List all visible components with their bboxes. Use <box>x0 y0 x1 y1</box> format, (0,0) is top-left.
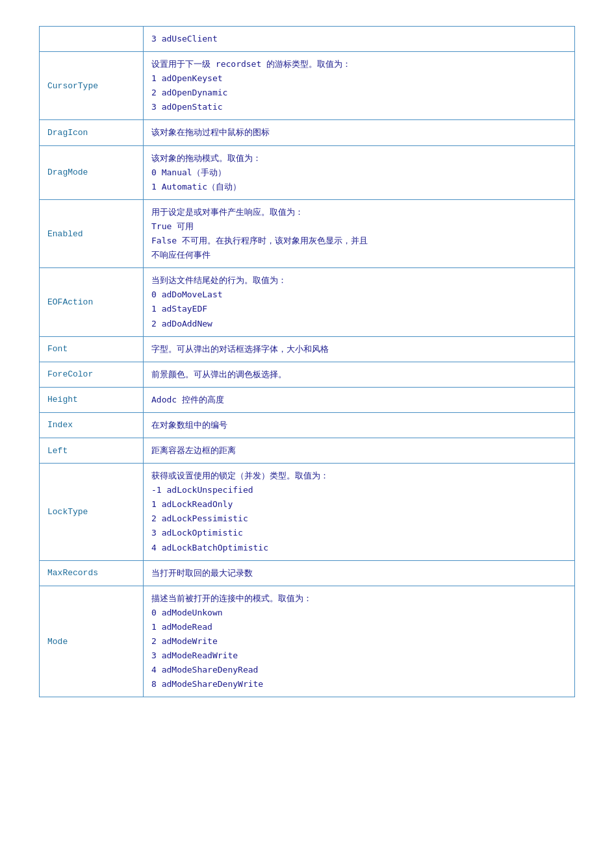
property-description: 距离容器左边框的距离 <box>144 438 575 463</box>
property-name: DragIcon <box>40 120 144 145</box>
table-row: LockType获得或设置使用的锁定（并发）类型。取值为：-1 adLockUn… <box>40 464 575 561</box>
property-description: 用于设定是或对事件产生响应。取值为：True 可用False 不可用。在执行程序… <box>144 199 575 267</box>
table-row: Index在对象数组中的编号 <box>40 412 575 438</box>
property-name: MaxRecords <box>40 560 144 586</box>
property-description: 在对象数组中的编号 <box>144 412 575 438</box>
property-description: 设置用于下一级 recordset 的游标类型。取值为：1 adOpenKeys… <box>144 52 575 120</box>
table-row: ForeColor前景颜色。可从弹出的调色板选择。 <box>40 362 575 387</box>
table-row: DragMode该对象的拖动模式。取值为：0 Manual（手动）1 Autom… <box>40 145 575 199</box>
property-description: 3 adUseClient <box>144 27 575 52</box>
property-name: ForeColor <box>40 362 144 387</box>
property-name: LockType <box>40 464 144 561</box>
property-name: Left <box>40 438 144 463</box>
property-name: Height <box>40 387 144 412</box>
property-name: Mode <box>40 586 144 697</box>
table-row: Left距离容器左边框的距离 <box>40 438 575 463</box>
table-row: HeightAdodc 控件的高度 <box>40 387 575 412</box>
property-description: Adodc 控件的高度 <box>144 387 575 412</box>
property-description: 字型。可从弹出的对话框选择字体，大小和风格 <box>144 336 575 362</box>
table-row: CursorType设置用于下一级 recordset 的游标类型。取值为：1 … <box>40 52 575 120</box>
table-row: Font字型。可从弹出的对话框选择字体，大小和风格 <box>40 336 575 362</box>
property-description: 当到达文件结尾处的行为。取值为：0 adDoMoveLast1 adStayED… <box>144 268 575 336</box>
property-name: Index <box>40 412 144 438</box>
property-description: 描述当前被打开的连接中的模式。取值为：0 adModeUnkown1 adMod… <box>144 586 575 697</box>
property-name: CursorType <box>40 52 144 120</box>
properties-table: 3 adUseClientCursorType设置用于下一级 recordset… <box>39 26 575 697</box>
table-row: MaxRecords当打开时取回的最大记录数 <box>40 560 575 586</box>
property-description: 该对象的拖动模式。取值为：0 Manual（手动）1 Automatic（自动） <box>144 145 575 199</box>
table-row: Mode描述当前被打开的连接中的模式。取值为：0 adModeUnkown1 a… <box>40 586 575 697</box>
property-description: 当打开时取回的最大记录数 <box>144 560 575 586</box>
property-description: 该对象在拖动过程中鼠标的图标 <box>144 120 575 145</box>
table-row: Enabled用于设定是或对事件产生响应。取值为：True 可用False 不可… <box>40 199 575 267</box>
property-name: EOFAction <box>40 268 144 336</box>
property-name: Font <box>40 336 144 362</box>
property-description: 前景颜色。可从弹出的调色板选择。 <box>144 362 575 387</box>
property-description: 获得或设置使用的锁定（并发）类型。取值为：-1 adLockUnspecifie… <box>144 464 575 561</box>
property-name <box>40 27 144 52</box>
property-name: DragMode <box>40 145 144 199</box>
property-name: Enabled <box>40 199 144 267</box>
table-row: DragIcon该对象在拖动过程中鼠标的图标 <box>40 120 575 145</box>
table-row: 3 adUseClient <box>40 27 575 52</box>
table-row: EOFAction当到达文件结尾处的行为。取值为：0 adDoMoveLast1… <box>40 268 575 336</box>
